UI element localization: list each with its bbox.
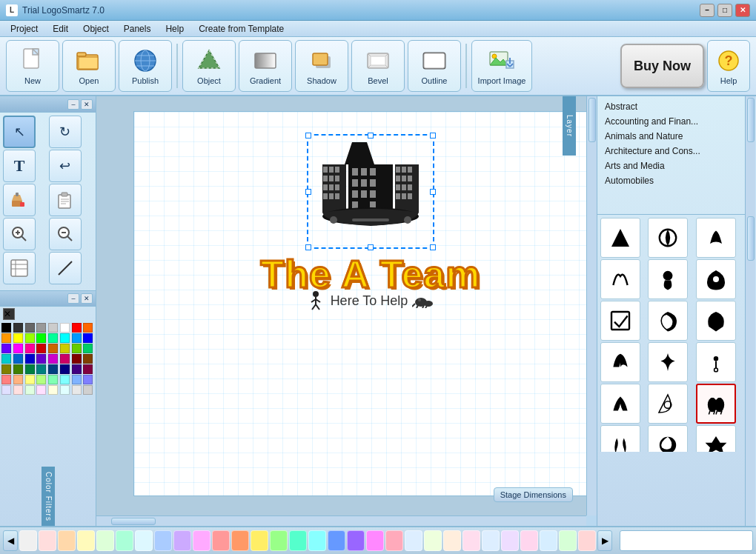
stage-dimensions-button[interactable]: Stage Dimensions — [494, 487, 573, 502]
tool-line[interactable] — [49, 252, 82, 284]
bottom-color-swatch[interactable] — [154, 530, 172, 551]
color-cell[interactable] — [1, 385, 11, 395]
color-cell[interactable] — [48, 354, 58, 364]
icon-thumb-10[interactable] — [600, 342, 640, 382]
color-cell[interactable] — [60, 375, 70, 384]
bottom-color-swatch[interactable] — [231, 530, 249, 551]
toolbox-minimize-btn[interactable]: – — [67, 99, 79, 110]
color-cell[interactable] — [83, 354, 93, 364]
icon-thumb-13[interactable] — [600, 384, 640, 424]
color-cell[interactable] — [60, 385, 70, 395]
tool-clipboard[interactable] — [49, 184, 82, 216]
tool-select[interactable]: ↖ — [3, 116, 36, 148]
tool-text[interactable]: T — [3, 150, 36, 182]
help-button[interactable]: ? Help — [707, 40, 750, 92]
toolbox-close-btn[interactable]: ✕ — [81, 99, 93, 110]
selected-object[interactable] — [307, 134, 434, 249]
color-cell[interactable] — [83, 333, 93, 343]
color-cell[interactable] — [48, 323, 58, 333]
icon-thumb-4[interactable] — [600, 259, 640, 299]
bottom-color-swatch[interactable] — [251, 530, 268, 551]
color-cell[interactable] — [48, 385, 58, 395]
color-cell[interactable] — [1, 333, 11, 343]
category-item[interactable]: Animals and Nature — [600, 129, 742, 144]
category-item[interactable]: Abstract — [600, 99, 742, 114]
minimize-button[interactable]: – — [700, 4, 714, 17]
color-cell[interactable] — [1, 354, 11, 364]
menu-object[interactable]: Object — [76, 22, 116, 36]
color-cell[interactable] — [36, 323, 46, 333]
icon-thumb-14[interactable] — [648, 384, 688, 424]
color-cell[interactable] — [83, 364, 93, 374]
color-cell[interactable] — [36, 364, 46, 374]
bottom-color-swatch[interactable] — [116, 530, 133, 551]
color-cell[interactable] — [25, 364, 35, 374]
bottom-color-swatch[interactable] — [405, 530, 422, 551]
icon-thumb-2[interactable] — [648, 218, 688, 258]
color-cell[interactable] — [83, 375, 93, 384]
color-cell[interactable] — [25, 333, 35, 343]
tool-rotate[interactable]: ↻ — [49, 116, 82, 148]
icon-thumb-7[interactable] — [600, 301, 640, 341]
color-cell[interactable] — [36, 333, 46, 343]
handle-bm[interactable] — [368, 244, 374, 250]
handle-bl[interactable] — [305, 244, 311, 250]
import-image-button[interactable]: Import Image — [471, 40, 532, 92]
color-cell[interactable] — [48, 344, 58, 353]
canvas-hscrollbar[interactable] — [96, 515, 586, 526]
gradient-button[interactable]: Gradient — [239, 40, 292, 92]
bottom-color-swatch[interactable] — [289, 530, 307, 551]
color-cell[interactable] — [25, 354, 35, 364]
bottom-color-swatch[interactable] — [39, 530, 56, 551]
category-item[interactable]: Accounting and Finan... — [600, 114, 742, 129]
color-cell[interactable] — [72, 354, 82, 364]
bottom-color-swatch[interactable] — [77, 530, 95, 551]
color-cell[interactable] — [1, 375, 11, 384]
bottom-color-swatch[interactable] — [173, 530, 191, 551]
color-cell[interactable] — [1, 344, 11, 353]
canvas-paper[interactable]: The A Team Here To Help — [133, 111, 586, 496]
color-cell[interactable] — [72, 323, 82, 333]
tool-zoom-in[interactable] — [3, 218, 36, 250]
color-cell[interactable] — [60, 323, 70, 333]
color-cell[interactable] — [25, 344, 35, 353]
bottom-color-swatch[interactable] — [58, 530, 76, 551]
color-minimize-btn[interactable]: – — [67, 293, 79, 304]
bottom-scroll-left[interactable]: ◀ — [3, 530, 18, 551]
icon-thumb-16[interactable] — [600, 425, 640, 452]
bottom-color-swatch[interactable] — [366, 530, 384, 551]
color-cell[interactable] — [60, 333, 70, 343]
canvas-hscroll-thumb[interactable] — [111, 518, 156, 525]
color-cell[interactable] — [36, 375, 46, 384]
color-cell[interactable] — [36, 344, 46, 353]
color-cell[interactable] — [13, 364, 23, 374]
icon-thumb-15[interactable] — [696, 384, 736, 424]
color-cell[interactable] — [60, 354, 70, 364]
shadow-button[interactable]: Shadow — [295, 40, 348, 92]
bottom-input[interactable] — [620, 530, 753, 551]
bottom-color-swatch[interactable] — [540, 530, 557, 551]
bottom-color-swatch[interactable] — [520, 530, 538, 551]
color-x-btn[interactable]: ✕ — [3, 308, 15, 320]
icon-thumb-12[interactable] — [696, 342, 736, 382]
icon-thumb-1[interactable] — [600, 218, 640, 258]
right-vscroll-thumb-bottom[interactable] — [747, 216, 755, 261]
tool-undo[interactable]: ↩ — [49, 150, 82, 182]
canvas-vscroll-thumb[interactable] — [588, 98, 596, 142]
color-cell[interactable] — [48, 375, 58, 384]
color-cell[interactable] — [13, 323, 23, 333]
icon-thumb-18[interactable] — [696, 425, 736, 452]
handle-ml[interactable] — [305, 189, 311, 195]
category-item[interactable]: Automobiles — [600, 173, 742, 188]
object-button[interactable]: Object — [182, 40, 236, 92]
layer-tab[interactable]: Layer — [563, 96, 576, 156]
bottom-color-swatch[interactable] — [385, 530, 403, 551]
color-cell[interactable] — [13, 354, 23, 364]
bottom-color-swatch[interactable] — [135, 530, 153, 551]
menu-edit[interactable]: Edit — [45, 22, 76, 36]
color-cell[interactable] — [72, 344, 82, 353]
handle-tl[interactable] — [305, 133, 311, 138]
icon-thumb-11[interactable] — [648, 342, 688, 382]
color-cell[interactable] — [1, 323, 11, 333]
canvas-vscrollbar[interactable] — [586, 96, 597, 515]
